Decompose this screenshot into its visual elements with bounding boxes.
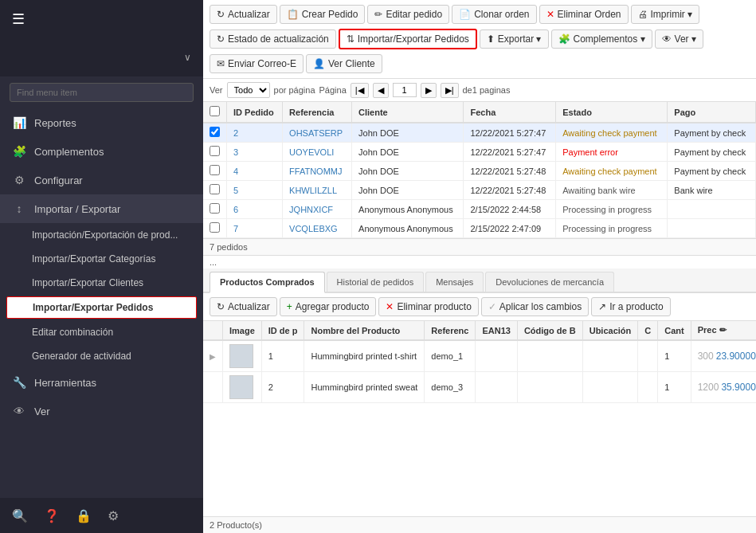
complementos-icon: 🧩 <box>12 145 26 158</box>
page-input[interactable] <box>393 83 417 97</box>
product-row[interactable]: ▶ 1 Hummingbird printed t-shirt demo_1 1… <box>203 340 756 372</box>
per-page-select[interactable]: Todo 10 20 50 <box>227 82 270 98</box>
clonar-orden-button[interactable]: 📄 Clonar orden <box>452 5 536 24</box>
complementos-btn[interactable]: 🧩 Complementos ▾ <box>551 29 652 49</box>
tab-historial-pedidos[interactable]: Historial de pedidos <box>327 272 425 292</box>
ver-button[interactable]: 👁 Ver ▾ <box>655 29 703 49</box>
first-page-btn[interactable]: |◀ <box>351 83 369 98</box>
product-ean <box>476 340 517 372</box>
row-referencia[interactable]: KHWLILZLL <box>283 181 352 200</box>
row-id[interactable]: 4 <box>227 162 283 181</box>
tab-devoluciones[interactable]: Devoluciones de mercancía <box>485 272 614 292</box>
row-id[interactable]: 7 <box>227 219 283 238</box>
row-pago: Payment by check <box>668 162 756 181</box>
product-row[interactable]: 2 Hummingbird printed sweat demo_3 1 120… <box>203 372 756 403</box>
row-cliente: Anonymous Anonymous <box>352 219 464 238</box>
row-referencia[interactable]: UOYEVOLI <box>283 143 352 162</box>
row-estado: Awaiting bank wire <box>556 181 668 200</box>
eliminar-producto-label: Eliminar producto <box>397 301 471 312</box>
ver-cliente-button[interactable]: 👤 Ver Cliente <box>306 54 382 73</box>
editar-pedido-label: Editar pedido <box>386 9 442 20</box>
sidebar-item-complementos[interactable]: 🧩 Complementos <box>0 137 203 166</box>
prev-page-btn[interactable]: ◀ <box>373 83 389 98</box>
sidebar-subitem-ie-clientes[interactable]: Importar/Exportar Clientes <box>0 271 203 295</box>
row-checkbox[interactable] <box>210 165 220 175</box>
por-pagina-label: por página <box>274 85 315 95</box>
actualizar-bottom-btn[interactable]: ↻ Actualizar <box>210 297 277 316</box>
col-codigo-b: Código de B <box>517 321 582 340</box>
actualizar-button[interactable]: ↻ Actualizar <box>210 5 277 24</box>
product-image <box>223 340 262 372</box>
row-referencia[interactable]: FFATNOMMJ <box>283 162 352 181</box>
sidebar-subitem-ie-categorias[interactable]: Importar/Exportar Categorías <box>0 247 203 271</box>
sidebar: ☰ ∨ 📊 Reportes 🧩 Complementos ⚙ Config <box>0 0 203 533</box>
sidebar-logo-chevron-icon: ∨ <box>184 52 191 63</box>
footer-settings-icon[interactable]: ⚙ <box>108 508 119 523</box>
agregar-producto-btn[interactable]: + Agregar producto <box>280 297 377 316</box>
sidebar-logo-area[interactable]: ∨ <box>0 38 203 76</box>
row-check <box>203 143 227 162</box>
sidebar-item-configurar[interactable]: ⚙ Configurar <box>0 166 203 194</box>
footer-help-icon[interactable]: ❓ <box>44 508 60 523</box>
table-row[interactable]: 3 UOYEVOLI John DOE 12/22/2021 5:27:47 P… <box>203 143 756 162</box>
last-page-btn[interactable]: ▶| <box>441 83 459 98</box>
table-row[interactable]: 7 VCQLEBXG Anonymous Anonymous 2/15/2022… <box>203 219 756 238</box>
footer-lock-icon[interactable]: 🔒 <box>76 508 92 523</box>
row-checkbox[interactable] <box>210 127 220 137</box>
select-all-checkbox[interactable] <box>210 106 220 116</box>
col-expand <box>203 321 223 340</box>
eliminar-producto-btn[interactable]: ✕ Eliminar producto <box>378 297 478 316</box>
product-prec: 1200 35.90000 <box>691 372 756 403</box>
row-pago <box>668 200 756 219</box>
crear-pedido-icon: 📋 <box>287 9 299 20</box>
row-checkbox[interactable] <box>210 184 220 194</box>
product-expand[interactable]: ▶ <box>203 340 223 372</box>
bottom-section: Productos Comprados Historial de pedidos… <box>203 268 756 533</box>
hamburger-icon[interactable]: ☰ <box>12 10 25 28</box>
enviar-correo-button[interactable]: ✉ Enviar Correo-E <box>210 54 304 73</box>
sidebar-item-importar-exportar[interactable]: ↕ Importar / Exportar <box>0 194 203 223</box>
row-id[interactable]: 2 <box>227 123 283 143</box>
ir-producto-btn[interactable]: ↗ Ir a producto <box>591 297 670 316</box>
table-row[interactable]: 5 KHWLILZLL John DOE 12/22/2021 5:27:48 … <box>203 181 756 200</box>
row-checkbox[interactable] <box>210 203 220 214</box>
product-cant: 1 <box>658 340 691 372</box>
products-table: Image ID de p Nombre del Producto Refere… <box>203 321 756 403</box>
row-id[interactable]: 5 <box>227 181 283 200</box>
sidebar-item-ver[interactable]: 👁 Ver <box>0 397 203 425</box>
footer-search-icon[interactable]: 🔍 <box>12 508 28 523</box>
editar-pedido-button[interactable]: ✏ Editar pedido <box>367 5 449 24</box>
row-cliente: Anonymous Anonymous <box>352 200 464 219</box>
sidebar-subitem-generador-actividad[interactable]: Generador de actividad <box>0 344 203 368</box>
col-nombre-producto: Nombre del Producto <box>304 321 425 340</box>
imprimir-button[interactable]: 🖨 Imprimir ▾ <box>631 5 700 24</box>
sidebar-subitem-editar-combinacion[interactable]: Editar combinación <box>0 320 203 344</box>
row-pago: Bank wire <box>668 181 756 200</box>
aplicar-cambios-btn[interactable]: ✓ Aplicar los cambios <box>481 297 589 316</box>
importar-exportar-pedidos-button[interactable]: ⇅ Importar/Exportar Pedidos <box>339 29 477 49</box>
tab-productos-comprados[interactable]: Productos Comprados <box>210 272 325 293</box>
sidebar-item-reportes[interactable]: 📊 Reportes <box>0 108 203 137</box>
next-page-btn[interactable]: ▶ <box>421 83 437 98</box>
eliminar-orden-button[interactable]: ✕ Eliminar Orden <box>539 5 629 24</box>
crear-pedido-button[interactable]: 📋 Crear Pedido <box>280 5 366 24</box>
product-expand[interactable] <box>203 372 223 403</box>
row-id[interactable]: 6 <box>227 200 283 219</box>
table-row[interactable]: 2 OHSATSERP John DOE 12/22/2021 5:27:47 … <box>203 123 756 143</box>
row-referencia[interactable]: VCQLEBXG <box>283 219 352 238</box>
row-id[interactable]: 3 <box>227 143 283 162</box>
row-referencia[interactable]: OHSATSERP <box>283 123 352 143</box>
table-row[interactable]: 4 FFATNOMMJ John DOE 12/22/2021 5:27:48 … <box>203 162 756 181</box>
search-input[interactable] <box>10 83 194 102</box>
estado-actualizacion-button[interactable]: ↻ Estado de actualización <box>210 29 336 49</box>
exportar-button[interactable]: ⬆ Exportar ▾ <box>480 29 549 49</box>
sidebar-item-herramientas[interactable]: 🔧 Herramientas <box>0 368 203 397</box>
row-checkbox[interactable] <box>210 222 220 233</box>
table-row[interactable]: 6 JQHNXICF Anonymous Anonymous 2/15/2022… <box>203 200 756 219</box>
sidebar-subitem-ie-productos[interactable]: Importación/Exportación de prod... <box>0 223 203 247</box>
product-ref: demo_3 <box>425 372 476 403</box>
row-referencia[interactable]: JQHNXICF <box>283 200 352 219</box>
tab-mensajes[interactable]: Mensajes <box>425 272 484 292</box>
row-checkbox[interactable] <box>210 146 220 156</box>
sidebar-subitem-ie-pedidos[interactable]: Importar/Exportar Pedidos <box>6 296 197 319</box>
